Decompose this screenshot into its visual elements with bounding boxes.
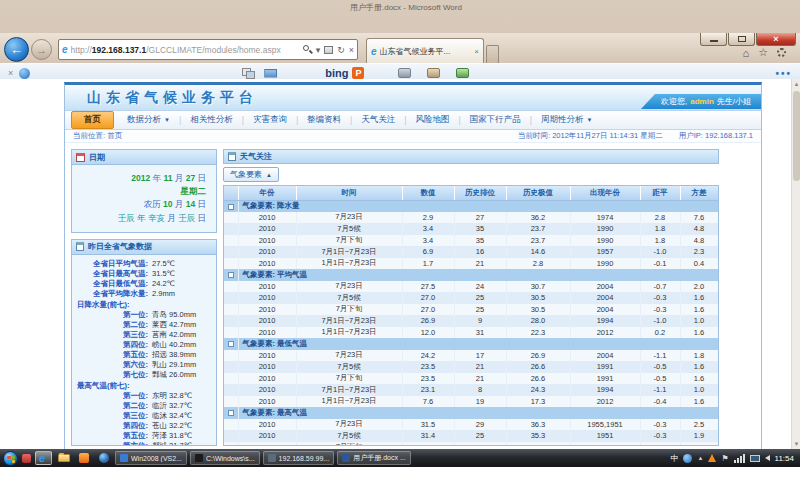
- taskbar-orange-app-icon[interactable]: [75, 451, 92, 465]
- table-group-row[interactable]: 气象要素: 平均气温: [224, 269, 718, 281]
- nav-item-4[interactable]: 灾害查询: [244, 112, 296, 128]
- table-cell: 2010: [238, 246, 296, 258]
- speaker-icon[interactable]: [765, 455, 770, 461]
- action-center-flag-icon[interactable]: ⚑: [721, 454, 728, 463]
- group-checkbox[interactable]: [228, 204, 234, 210]
- table-cell: 9: [454, 315, 506, 327]
- main-panel-title-text: 天气关注: [240, 151, 272, 162]
- weather-stat-row: 第五位:招远 38.9mm: [72, 350, 214, 359]
- group-checkbox[interactable]: [228, 272, 234, 278]
- table-row: 20107月23日2.92736.219742.87.6: [224, 212, 718, 224]
- addon-close-icon[interactable]: ×: [8, 68, 13, 78]
- ime-indicator[interactable]: 中: [670, 453, 678, 464]
- show-hidden-icons-chevron[interactable]: ▲: [697, 455, 703, 461]
- weather-stat-row: 第五位:菏泽 31.8℃: [72, 431, 214, 440]
- row-indent-cell: [224, 430, 238, 442]
- nav-item-7[interactable]: 风险地图: [407, 112, 459, 128]
- compatibility-view-icon[interactable]: [324, 46, 333, 54]
- new-tab-button[interactable]: [486, 45, 499, 63]
- table-cell: -1.1: [640, 384, 680, 396]
- sharing-icon[interactable]: [456, 68, 469, 78]
- search-dropdown-icon[interactable]: ▾: [316, 45, 321, 55]
- network-signal-icon[interactable]: [734, 454, 745, 463]
- task-app-icon: [342, 454, 350, 462]
- browser-tab[interactable]: e 山东省气候业务平... ×: [366, 38, 484, 63]
- tab-close-icon[interactable]: ×: [474, 47, 479, 56]
- group-checkbox[interactable]: [228, 410, 234, 416]
- table-cell: 1.9: [680, 430, 718, 442]
- group-checkbox-cell: [224, 269, 238, 281]
- tools-gear-icon[interactable]: [777, 48, 786, 57]
- taskbar-explorer-icon[interactable]: [55, 451, 72, 465]
- nav-item-2[interactable]: 数据分析▼: [118, 112, 179, 128]
- addon-icon[interactable]: [19, 68, 30, 79]
- paw-icon[interactable]: [427, 68, 440, 78]
- table-cell: 25: [454, 304, 506, 316]
- row-indent-cell: [224, 223, 238, 235]
- display-icon[interactable]: [750, 455, 760, 462]
- address-bar[interactable]: e http://192.168.137.1/GLCCLIMATE/module…: [58, 39, 358, 60]
- search-icon[interactable]: [303, 45, 312, 54]
- table-cell: 2012: [570, 327, 640, 339]
- table-cell: 1990: [570, 258, 640, 270]
- table-cell: 26.9: [402, 315, 454, 327]
- table-cell: 7月5候: [296, 292, 402, 304]
- tab-favicon: e: [371, 46, 377, 57]
- page-scrollbar[interactable]: ▲ ▼: [791, 79, 800, 450]
- table-group-row[interactable]: 气象要素: 最低气温: [224, 338, 718, 350]
- calendar-date: 2012 年 11 月 27 日: [82, 172, 206, 185]
- start-button[interactable]: [3, 451, 18, 466]
- home-icon[interactable]: ⌂: [742, 47, 749, 59]
- close-button[interactable]: ×: [756, 33, 796, 46]
- table-column-header: 方差: [680, 186, 718, 200]
- group-checkbox[interactable]: [228, 341, 234, 347]
- forward-button[interactable]: →: [31, 39, 52, 60]
- table-cell: 1994: [570, 315, 640, 327]
- network-globe-icon[interactable]: [683, 454, 692, 463]
- back-button[interactable]: ←: [4, 37, 29, 62]
- stop-icon[interactable]: ×: [349, 45, 354, 55]
- table-cell: 27.0: [402, 292, 454, 304]
- table-cell: 1.7: [402, 258, 454, 270]
- table-cell: 2.0: [680, 281, 718, 293]
- nav-item-8[interactable]: 国家下行产品: [461, 112, 530, 128]
- table-cell: 24.2: [402, 350, 454, 362]
- taskbar-task-3[interactable]: 192.168.59.99...: [263, 451, 335, 465]
- taskbar-task-2[interactable]: C:\Windows\s...: [190, 451, 260, 465]
- weather-stat-label: 第三位:: [72, 330, 148, 339]
- maximize-button[interactable]: [728, 33, 755, 46]
- url-text: http://192.168.137.1/GLCCLIMATE/modules/…: [71, 45, 303, 55]
- minimize-button[interactable]: [700, 33, 727, 46]
- camera-icon[interactable]: [398, 68, 411, 78]
- element-filter-button[interactable]: 气象要素 ▲: [223, 167, 279, 182]
- refresh-icon[interactable]: ↻: [337, 45, 345, 55]
- scrollbar-thumb[interactable]: [793, 91, 800, 181]
- more-options-icon[interactable]: •••: [775, 68, 792, 79]
- table-cell: 1.8: [640, 223, 680, 235]
- table-group-row[interactable]: 气象要素: 降水量: [224, 200, 718, 212]
- table-group-row[interactable]: 气象要素: 最高气温: [224, 407, 718, 419]
- taskbar-ie-icon[interactable]: e: [35, 451, 52, 465]
- antivirus-flame-icon[interactable]: [708, 454, 716, 462]
- nav-item-3[interactable]: 相关性分析: [181, 112, 242, 128]
- pinned-app-icon[interactable]: [22, 454, 31, 463]
- taskbar-task-1[interactable]: Win2008 (VS2...: [115, 451, 187, 465]
- table-cell: 35: [454, 223, 506, 235]
- table-cell: -1.0: [640, 315, 680, 327]
- favorites-star-icon[interactable]: ☆: [758, 46, 768, 59]
- row-indent-cell: [224, 419, 238, 431]
- taskbar-task-4[interactable]: 用户手册.docx ...: [337, 451, 411, 465]
- browser-chrome: × ← → e http://192.168.137.1/GLCCLIMATE/…: [0, 33, 800, 79]
- nav-item-5[interactable]: 整编资料: [298, 112, 350, 128]
- group-title-cell: 气象要素: 最高气温: [238, 407, 718, 419]
- table-cell: 2004: [570, 304, 640, 316]
- nav-item-9[interactable]: 周期性分析▼: [532, 112, 601, 128]
- weather-panel-title: 昨日全省气象数据: [72, 240, 216, 255]
- taskbar-media-app-icon[interactable]: [95, 451, 112, 465]
- gallery-icon[interactable]: [242, 68, 256, 79]
- mail-icon[interactable]: [264, 69, 277, 78]
- scroll-up-icon[interactable]: ▲: [792, 79, 800, 90]
- p-addon-icon[interactable]: P: [352, 67, 364, 79]
- nav-item-1[interactable]: 首页: [71, 111, 114, 129]
- nav-item-6[interactable]: 天气关注: [352, 112, 404, 128]
